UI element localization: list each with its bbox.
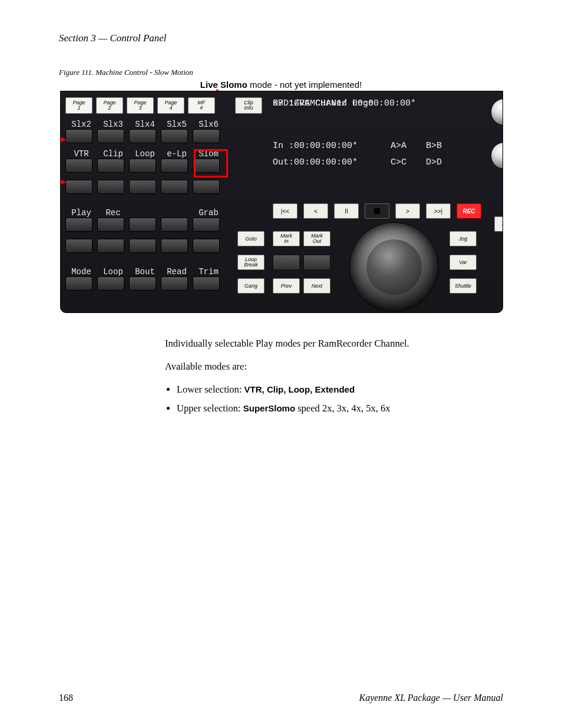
page-4-button[interactable]: Page4 xyxy=(157,97,184,114)
status-cc: C>C xyxy=(391,157,406,167)
page-3-l2: 3 xyxy=(138,106,141,111)
mf-l2: # xyxy=(200,106,203,111)
page-1-button[interactable]: Page1 xyxy=(65,97,92,114)
page-3-button[interactable]: Page3 xyxy=(127,97,154,114)
markin-gray[interactable] xyxy=(273,255,300,270)
gang-button[interactable]: Gang xyxy=(237,278,265,294)
modes-list: Lower selection: VTR, Clip, Loop, Extend… xyxy=(165,383,503,417)
var-button[interactable]: Var xyxy=(449,255,477,270)
label-play: Play xyxy=(65,208,97,218)
label-elp: e-Lp xyxy=(161,149,193,159)
next-button[interactable]: Next xyxy=(303,278,330,294)
elp-button[interactable] xyxy=(161,159,188,173)
loopbreak-button[interactable]: LoopBreak xyxy=(237,255,265,270)
loop-button[interactable] xyxy=(129,159,156,173)
ffwd-button[interactable]: >>| xyxy=(426,203,451,219)
play-button[interactable] xyxy=(65,218,92,232)
page-2-button[interactable]: Page2 xyxy=(96,97,123,114)
bottom-labels: Mode Loop Bout Read Trim xyxy=(65,267,232,276)
markout-button[interactable]: MarkOut xyxy=(303,231,330,246)
blank-row3-3[interactable] xyxy=(129,180,156,194)
blank-row4-3[interactable] xyxy=(129,218,156,232)
knob-upper[interactable] xyxy=(491,98,503,126)
stepfwd-icon: > xyxy=(406,208,409,215)
label-loop2: Loop xyxy=(97,267,129,276)
blank-row5-4[interactable] xyxy=(161,239,188,253)
slx-labels: Slx2 Slx3 Slx4 Slx5 Slx6 xyxy=(65,120,232,129)
var-label: Var xyxy=(459,260,467,265)
page-2-l2: 2 xyxy=(108,106,111,111)
pause-button[interactable]: II xyxy=(334,203,359,219)
page-button-row: Page1 Page2 Page3 Page4 MF# xyxy=(65,97,215,114)
slx2-button[interactable] xyxy=(65,129,92,143)
arrow-row1 xyxy=(60,136,67,143)
label-rec: Rec xyxy=(97,208,129,218)
prev-button[interactable]: Prev xyxy=(273,278,300,294)
blank-row5-3[interactable] xyxy=(129,239,156,253)
blank-row3-5[interactable] xyxy=(193,180,220,194)
control-panel: Page1 Page2 Page3 Page4 MF# ClipInfo Slx… xyxy=(60,91,503,313)
load-button[interactable]: Load xyxy=(494,216,503,232)
stop-button[interactable]: ■ xyxy=(365,203,389,219)
stepback-button[interactable]: < xyxy=(303,203,328,219)
label-grab: Grab xyxy=(193,208,224,218)
blank-row3-1[interactable] xyxy=(65,180,92,194)
trim-button[interactable] xyxy=(193,276,220,291)
mode-button[interactable] xyxy=(65,276,92,291)
clip-button[interactable] xyxy=(97,159,124,173)
slx5-button[interactable] xyxy=(161,129,188,143)
markin-button[interactable]: MarkIn xyxy=(273,231,300,246)
blank-row5-5[interactable] xyxy=(193,239,220,253)
rec-button[interactable] xyxy=(97,218,124,232)
blank-row5-1[interactable] xyxy=(65,239,92,253)
markin-l2: In xyxy=(284,239,289,244)
blank-row4-4[interactable] xyxy=(161,218,188,232)
read-button[interactable] xyxy=(161,276,188,291)
prev-label: Prev xyxy=(281,284,292,289)
page-footer: 168 Kayenne XL Package — User Manual xyxy=(59,693,503,703)
shuttle-button[interactable]: Shuttle xyxy=(449,278,477,294)
mf-button[interactable]: MF# xyxy=(188,97,215,114)
label-bout: Bout xyxy=(129,267,161,276)
status-bb: B>B xyxy=(426,141,442,151)
jog-wheel[interactable] xyxy=(349,222,439,312)
loop2-button[interactable] xyxy=(97,276,124,291)
li1-lead: Lower selection: xyxy=(177,384,244,395)
slom-button[interactable] xyxy=(193,159,220,173)
shuttle-label: Shuttle xyxy=(455,284,471,289)
bout-button[interactable] xyxy=(129,276,156,291)
markout-l2: Out xyxy=(313,239,322,244)
markout-gray[interactable] xyxy=(303,255,330,270)
blank-row3-4[interactable] xyxy=(161,180,188,194)
label-vtr: VTR xyxy=(65,149,97,159)
knob-lower[interactable] xyxy=(491,142,503,169)
record-button[interactable]: REC xyxy=(457,203,481,219)
clip-info-l2: Info xyxy=(244,106,253,111)
rewind-button[interactable]: |<< xyxy=(273,203,297,219)
figure-caption: Figure 111. Machine Control - Slow Motio… xyxy=(59,68,503,77)
vtr-button[interactable] xyxy=(65,159,92,173)
annotation-rest: mode - not yet implemented! xyxy=(247,80,362,90)
label-slx4: Slx4 xyxy=(129,120,161,129)
li2-rest: speed 2x, 3x, 4x, 5x, 6x xyxy=(295,403,390,414)
jog-button[interactable]: Jog xyxy=(449,231,477,246)
grab-button[interactable] xyxy=(193,218,220,232)
label-mode: Mode xyxy=(65,267,97,276)
goto-button[interactable]: Goto xyxy=(237,231,265,246)
blank-row5-2[interactable] xyxy=(97,239,124,253)
label-clip: Clip xyxy=(97,149,129,159)
stepfwd-button[interactable]: > xyxy=(395,203,420,219)
slx6-button[interactable] xyxy=(193,129,220,143)
mode-labels: VTR Clip Loop e-Lp Slom xyxy=(65,149,232,159)
slx4-button[interactable] xyxy=(129,129,156,143)
clip-info-button[interactable]: ClipInfo xyxy=(235,97,262,114)
modes-li1: Lower selection: VTR, Clip, Loop, Extend… xyxy=(177,383,503,397)
label-blank-a xyxy=(129,208,161,218)
modes-li2: Upper selection: SuperSlomo speed 2x, 3x… xyxy=(177,401,503,416)
blank-row3-2[interactable] xyxy=(97,180,124,194)
slx3-button[interactable] xyxy=(97,129,124,143)
goto-label: Goto xyxy=(245,236,257,242)
pause-icon: II xyxy=(345,208,348,215)
label-slx2: Slx2 xyxy=(65,120,97,129)
body-p2: Available modes are: xyxy=(165,360,503,374)
